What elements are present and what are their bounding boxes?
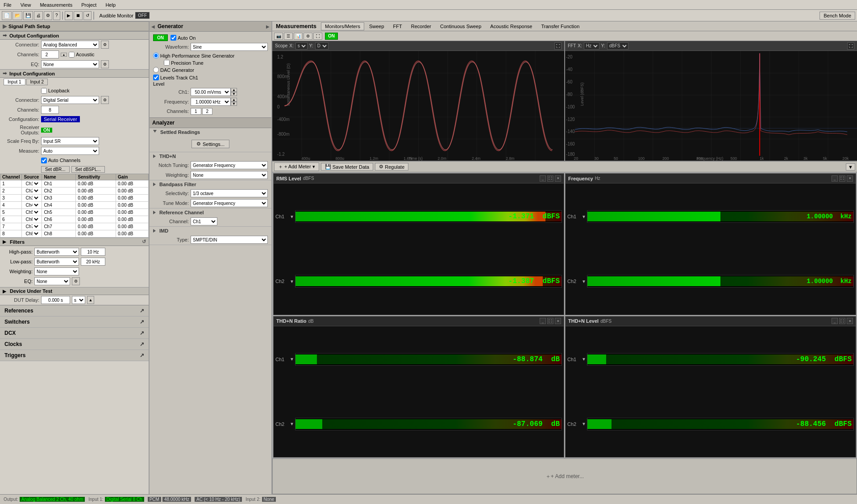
rms-expand-btn[interactable]: ⛶	[547, 175, 553, 182]
eq-filter-config-btn[interactable]: ⚙	[72, 277, 80, 285]
bench-mode-btn[interactable]: Bench Mode	[820, 12, 855, 20]
highpass-type-select[interactable]: Butterworth	[34, 248, 79, 256]
meas-cam-btn[interactable]: 📷	[274, 33, 283, 40]
high-perf-sine-radio[interactable]	[153, 53, 159, 58]
tab-fft[interactable]: FFT	[389, 22, 406, 30]
auto-channels-checkbox[interactable]	[41, 158, 47, 163]
connector-in-config-btn[interactable]: ⚙	[101, 96, 109, 104]
freq-down[interactable]: ▼	[231, 102, 237, 106]
menu-file[interactable]: File	[2, 2, 13, 8]
auto-on-checkbox[interactable]	[171, 35, 176, 41]
settings-btn[interactable]: ⚙	[44, 11, 52, 20]
nav-triggers[interactable]: Triggers ↗	[0, 350, 149, 361]
scale-freq-select[interactable]: Input SR	[41, 137, 99, 145]
rms-close-btn[interactable]: ✕	[555, 175, 561, 182]
freq-up[interactable]: ▲	[231, 98, 237, 102]
meas-settings-btn[interactable]: ⚙	[304, 33, 312, 40]
freq-ch1-dropdown[interactable]: ▼	[582, 214, 585, 219]
gen-ch1-btn[interactable]: 1	[191, 108, 201, 115]
freq-close-btn[interactable]: ✕	[847, 175, 853, 182]
notch-select[interactable]: Generator Frequency	[191, 161, 268, 169]
tab-transfer-function[interactable]: Transfer Function	[537, 22, 583, 30]
fft-y-select[interactable]: dBFS	[607, 42, 628, 50]
bandpass-toggle[interactable]	[153, 183, 156, 186]
fft-expand-btn[interactable]: ⛶	[847, 42, 854, 50]
eq-out-select[interactable]: None	[41, 60, 99, 68]
fft-x-select[interactable]: Hz	[584, 42, 599, 50]
rms-ch2-dropdown[interactable]: ▼	[290, 279, 293, 284]
loopback-checkbox[interactable]	[41, 88, 47, 94]
meas-on-btn[interactable]: ON	[325, 33, 338, 40]
dut-delay-up[interactable]: ▲	[87, 296, 94, 304]
thdn-ratio-expand-btn[interactable]: ⛶	[547, 318, 553, 324]
freq-select[interactable]: 1.00000 kHz	[191, 98, 231, 106]
levels-track-checkbox[interactable]	[153, 75, 159, 80]
selectivity-select[interactable]: 1/3 octave	[191, 189, 268, 197]
eq-filter-select[interactable]: None	[34, 277, 70, 285]
connector-select[interactable]: Analog Balanced	[41, 41, 99, 49]
filters-reset-icon[interactable]: ↺	[142, 239, 146, 245]
rms-ch1-dropdown[interactable]: ▼	[290, 214, 293, 219]
thdn-level-ch1-dropdown[interactable]: ▼	[582, 357, 585, 362]
lowpass-freq-input[interactable]	[81, 258, 105, 266]
thdn-ratio-ch2-dropdown[interactable]: ▼	[290, 421, 293, 426]
analyzer-settings-btn[interactable]: ⚙ Settings...	[191, 140, 229, 148]
rms-minimize-btn[interactable]: _	[540, 175, 546, 182]
thdn-level-ch2-dropdown[interactable]: ▼	[582, 421, 585, 426]
generator-panel-right-toggle[interactable]: ▶	[265, 24, 270, 29]
thdn-ratio-ch1-dropdown[interactable]: ▼	[290, 357, 293, 362]
weighting-thd-select[interactable]: None	[191, 171, 268, 179]
connector-in-select[interactable]: Digital Serial	[41, 96, 99, 104]
channels-in-input[interactable]	[41, 106, 59, 114]
gen-ch2-btn[interactable]: 2	[202, 108, 213, 115]
freq-expand-btn[interactable]: ⛶	[839, 175, 845, 182]
scope-expand-btn[interactable]: ⛶	[554, 42, 562, 50]
ch1-level-down[interactable]: ▼	[231, 92, 237, 96]
help-btn[interactable]: ?	[53, 11, 60, 20]
meas-list-btn[interactable]: ☰	[284, 33, 293, 40]
acoustic-checkbox[interactable]	[69, 52, 75, 58]
menu-view[interactable]: View	[19, 2, 33, 8]
nav-clocks[interactable]: Clocks ↗	[0, 339, 149, 350]
repeat-btn[interactable]: ↺	[83, 11, 92, 20]
ch1-level-up[interactable]: ▲	[231, 88, 237, 92]
weighting-select[interactable]: None	[34, 267, 79, 275]
precision-tune-checkbox[interactable]	[164, 60, 170, 66]
thdn-level-expand-btn[interactable]: ⛶	[839, 318, 845, 324]
ref-channel-select[interactable]: Ch1	[191, 217, 217, 225]
waveform-select[interactable]: Sine	[191, 43, 268, 51]
print-btn[interactable]: 🖨	[34, 11, 43, 20]
set-dbr-btn[interactable]: Set dBR...	[41, 166, 70, 173]
dac-gen-radio[interactable]	[153, 67, 159, 73]
filters-collapse-arrow[interactable]: ▶	[3, 239, 6, 244]
ch1-level-select[interactable]: 50.00 mVrms	[191, 88, 231, 96]
imd-type-select[interactable]: SMPTE/DIN	[191, 236, 268, 244]
freq-minimize-btn[interactable]: _	[832, 175, 838, 182]
meters-collapse-btn[interactable]: ▼	[846, 163, 855, 171]
menu-help[interactable]: Help	[104, 2, 117, 8]
menu-measurements[interactable]: Measurements	[38, 2, 74, 8]
dut-delay-unit[interactable]: s	[72, 296, 85, 304]
tune-mode-select[interactable]: Generator Frequency	[191, 199, 268, 207]
set-dbspl-btn[interactable]: Set dBSPL...	[71, 166, 105, 173]
save-meter-data-btn[interactable]: 💾 Save Meter Data	[321, 163, 374, 171]
dut-collapse-arrow[interactable]: ▶	[3, 289, 6, 294]
play-btn[interactable]: ▶	[65, 11, 73, 20]
open-btn[interactable]: 📂	[12, 11, 22, 20]
meas-expand-btn[interactable]: ⛶	[313, 33, 322, 40]
tab-monitors-meters[interactable]: Monitors/Meters	[321, 22, 364, 30]
imd-toggle[interactable]	[153, 229, 156, 233]
freq-ch2-dropdown[interactable]: ▼	[582, 279, 585, 284]
menu-project[interactable]: Project	[79, 2, 98, 8]
regulate-btn[interactable]: ⚙ Regulate	[375, 163, 408, 171]
thd-n-toggle[interactable]	[153, 154, 156, 158]
thdn-ratio-close-btn[interactable]: ✕	[555, 318, 561, 324]
stop-btn[interactable]: ⏹	[74, 11, 83, 20]
add-meter-btn[interactable]: ＋ + Add Meter ▾	[274, 162, 319, 171]
lowpass-type-select[interactable]: Butterworth	[34, 258, 79, 266]
input1-tab[interactable]: Input 1	[4, 79, 25, 85]
tab-acoustic-response[interactable]: Acoustic Response	[486, 22, 536, 30]
save-btn[interactable]: 💾	[23, 11, 33, 20]
channels-out-input[interactable]	[41, 50, 59, 58]
audible-monitor-off[interactable]: OFF	[135, 12, 150, 19]
